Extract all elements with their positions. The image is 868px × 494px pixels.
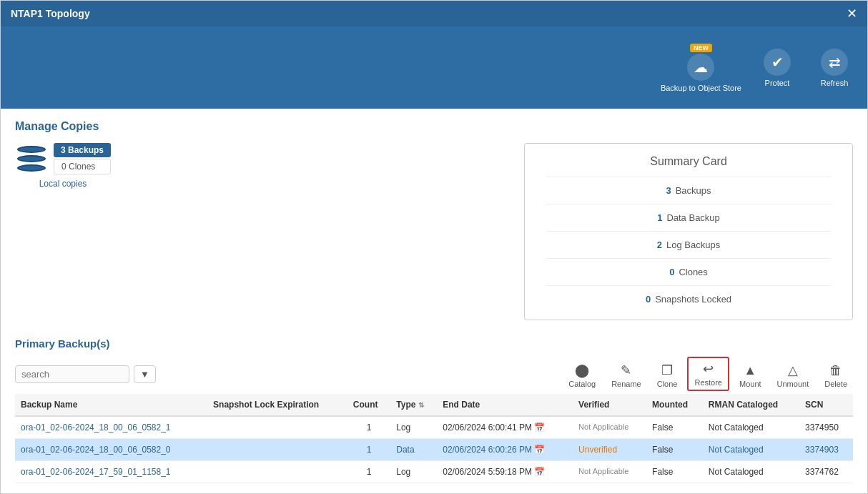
cell-rman-cataloged: Not Cataloged — [703, 461, 799, 483]
cell-end-date: 02/06/2024 6:00:41 PM 📅 — [437, 416, 573, 439]
cell-backup-name[interactable]: ora-01_02-06-2024_17_59_01_1158_1 — [15, 461, 207, 483]
cell-end-date: 02/06/2024 6:00:26 PM 📅 — [437, 439, 573, 461]
clone-button[interactable]: ❐ Clone — [651, 360, 684, 391]
clones-badge: 0 Clones — [54, 159, 111, 174]
cell-verified: Unverified — [573, 439, 646, 461]
content-area: Manage Copies 3 Backups 0 Clones Local c… — [1, 109, 867, 493]
cell-rman-cataloged: Not Cataloged — [703, 439, 799, 461]
table-row[interactable]: ora-01_02-06-2024_18_00_06_0582_0 1 Data… — [15, 439, 853, 461]
cell-mounted: False — [646, 461, 703, 483]
cell-scn: 3374762 — [799, 461, 853, 483]
protect-label: Protect — [765, 79, 790, 87]
mount-label: Mount — [739, 380, 761, 388]
cell-backup-name[interactable]: ora-01_02-06-2024_18_00_06_0582_1 — [15, 416, 207, 439]
close-button[interactable]: ✕ — [847, 7, 857, 20]
backups-table: Backup Name Snapshot Lock Expiration Cou… — [15, 394, 853, 483]
col-backup-name: Backup Name — [15, 394, 207, 416]
protect-icon: ✔ — [764, 49, 791, 76]
filter-button[interactable]: ▼ — [134, 365, 156, 383]
summary-backups-row: 3 Backups — [546, 182, 831, 199]
delete-button[interactable]: 🗑 Delete — [819, 360, 853, 391]
summary-snapshots-row: 0 Snapshots Locked — [546, 290, 831, 308]
summary-snapshots-label: Snapshots Locked — [655, 294, 731, 305]
cell-type: Log — [390, 461, 437, 483]
summary-snapshots-count: 0 — [646, 294, 651, 305]
clone-icon: ❐ — [661, 362, 673, 378]
cell-type: Data — [390, 439, 437, 461]
delete-label: Delete — [824, 380, 847, 388]
summary-card-title: Summary Card — [546, 155, 831, 168]
cell-count: 1 — [347, 461, 390, 483]
cell-mounted: False — [646, 416, 703, 439]
cell-snapshot-lock — [207, 439, 347, 461]
unmount-button[interactable]: △ Unmount — [771, 360, 815, 391]
cell-scn: 3374950 — [799, 416, 853, 439]
summary-backups-label: Backups — [676, 185, 711, 196]
cell-count: 1 — [347, 439, 390, 461]
action-buttons: ⬤ Catalog ✎ Rename ❐ Clone ↩ Restore ▲ — [563, 357, 853, 391]
mount-button[interactable]: ▲ Mount — [734, 360, 767, 391]
unmount-label: Unmount — [777, 380, 809, 388]
cell-rman-cataloged: Not Cataloged — [703, 416, 799, 439]
col-end-date: End Date — [437, 394, 573, 416]
cell-mounted: False — [646, 439, 703, 461]
copies-badges: 3 Backups 0 Clones — [54, 143, 111, 174]
summary-data-backup-count: 1 — [657, 212, 662, 223]
backup-object-store-button[interactable]: NEW ☁ Backup to Object Store — [661, 44, 741, 92]
cell-type: Log — [390, 416, 437, 439]
cell-snapshot-lock — [207, 416, 347, 439]
col-snapshot-lock: Snapshot Lock Expiration — [207, 394, 347, 416]
delete-icon: 🗑 — [829, 363, 842, 378]
catalog-button[interactable]: ⬤ Catalog — [563, 360, 601, 391]
backup-object-store-label: Backup to Object Store — [661, 84, 741, 92]
toolbar: NEW ☁ Backup to Object Store ✔ Protect ⇄… — [1, 26, 867, 109]
window-title: NTAP1 Topology — [11, 8, 90, 19]
col-scn: SCN — [799, 394, 853, 416]
cloud-icon: ☁ — [687, 54, 714, 81]
table-row[interactable]: ora-01_02-06-2024_17_59_01_1158_1 1 Log … — [15, 461, 853, 483]
refresh-icon: ⇄ — [821, 49, 848, 76]
cell-verified: Not Applicable — [573, 461, 646, 483]
rename-label: Rename — [611, 380, 641, 388]
col-type: Type ⇅ — [390, 394, 437, 416]
table-row[interactable]: ora-01_02-06-2024_18_00_06_0582_1 1 Log … — [15, 416, 853, 439]
refresh-button[interactable]: ⇄ Refresh — [813, 49, 856, 87]
cell-snapshot-lock — [207, 461, 347, 483]
col-count: Count — [347, 394, 390, 416]
backups-badge: 3 Backups — [54, 143, 111, 157]
unmount-icon: △ — [788, 362, 798, 378]
database-icon — [15, 145, 48, 172]
cell-end-date: 02/06/2024 5:59:18 PM 📅 — [437, 461, 573, 483]
restore-button[interactable]: ↩ Restore — [687, 357, 729, 391]
title-bar: NTAP1 Topology ✕ — [1, 1, 867, 26]
summary-log-backups-row: 2 Log Backups — [546, 236, 831, 254]
primary-backups-title: Primary Backup(s) — [15, 337, 853, 350]
cell-verified: Not Applicable — [573, 416, 646, 439]
restore-icon: ↩ — [703, 361, 714, 377]
summary-log-backups-count: 2 — [657, 239, 662, 250]
new-badge: NEW — [690, 44, 712, 52]
search-input[interactable] — [15, 365, 129, 383]
refresh-label: Refresh — [821, 79, 849, 87]
summary-clones-label: Clones — [679, 267, 707, 277]
summary-log-backups-label: Log Backups — [666, 239, 720, 250]
protect-button[interactable]: ✔ Protect — [756, 49, 799, 87]
type-sort-icon: ⇅ — [418, 401, 424, 409]
cell-backup-name[interactable]: ora-01_02-06-2024_18_00_06_0582_0 — [15, 439, 207, 461]
col-rman-cataloged: RMAN Cataloged — [703, 394, 799, 416]
rename-button[interactable]: ✎ Rename — [606, 360, 647, 391]
local-copies-label: Local copies — [39, 179, 87, 189]
local-copies-box: 3 Backups 0 Clones Local copies — [15, 143, 111, 189]
summary-clones-row: 0 Clones — [546, 263, 831, 281]
rename-icon: ✎ — [621, 362, 631, 378]
summary-data-backup-row: 1 Data Backup — [546, 209, 831, 227]
summary-clones-count: 0 — [669, 267, 674, 277]
col-verified: Verified — [573, 394, 646, 416]
cell-scn: 3374903 — [799, 439, 853, 461]
col-mounted: Mounted — [646, 394, 703, 416]
mount-icon: ▲ — [744, 363, 756, 378]
search-filter-row: ▼ — [15, 365, 156, 383]
catalog-label: Catalog — [568, 380, 596, 388]
restore-label: Restore — [694, 378, 722, 387]
table-header-row: Backup Name Snapshot Lock Expiration Cou… — [15, 394, 853, 416]
